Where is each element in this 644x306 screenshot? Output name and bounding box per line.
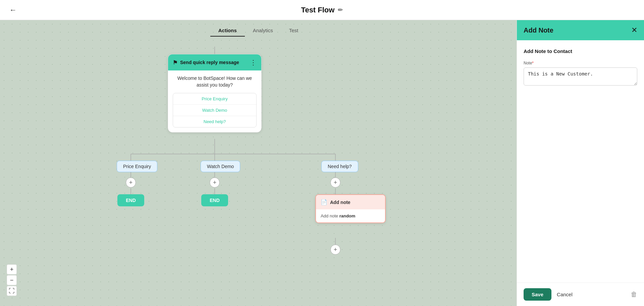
save-button[interactable]: Save [524,288,551,301]
note-field-label: Note* [524,61,637,65]
panel-section-title: Add Note to Contact [524,48,637,54]
zoom-out-button[interactable]: − [7,275,17,285]
add-circle-1[interactable]: + [126,177,136,188]
reply-option-2[interactable]: Watch Demo [173,105,256,116]
reply-option-1[interactable]: Price Enquiry [173,93,256,105]
panel-body: Add Note to Contact Note* [517,40,644,283]
zoom-in-button[interactable]: + [7,264,17,274]
tabs-bar: Actions Analytics Test [0,20,517,37]
edit-title-icon[interactable]: ✏ [338,6,343,14]
flow-canvas-area: Actions Analytics Test [0,20,517,306]
end-btn-2[interactable]: END [201,194,228,206]
main-layout: Actions Analytics Test [0,20,644,306]
cancel-button[interactable]: Cancel [557,292,573,297]
message-node-title: Send quick reply message [180,60,239,65]
flag-icon: ⚑ [173,59,177,66]
panel-footer: Save Cancel 🗑 [517,283,644,306]
add-note-label: Add note [330,200,351,205]
add-note-body: Add note random [316,209,385,222]
panel-close-button[interactable]: ✕ [631,26,637,35]
back-button[interactable]: ← [7,4,19,16]
add-circle-bottom[interactable]: + [330,245,340,255]
add-note-body-bold: random [339,213,356,218]
reply-options: Price Enquiry Watch Demo Need help? [173,93,257,128]
add-note-body-prefix: Add note [321,213,339,218]
tab-analytics[interactable]: Analytics [245,25,281,37]
zoom-controls: + − ⛶ [7,264,17,296]
zoom-fit-button[interactable]: ⛶ [7,286,17,296]
message-node-text: Welcome to BotSpace! How can we assist y… [173,75,257,88]
branch-watch-demo[interactable]: Watch Demo [201,161,240,172]
panel-title: Add Note [524,27,553,34]
delete-button[interactable]: 🗑 [631,291,637,298]
branch-need-help[interactable]: Need help? [321,161,358,172]
page-title: Test Flow ✏ [301,6,343,14]
field-required-marker: * [532,61,534,65]
end-btn-1[interactable]: END [117,194,144,206]
message-node: ⚑ Send quick reply message ⋮ Welcome to … [168,54,262,133]
branch-price-enquiry[interactable]: Price Enquiry [117,161,157,172]
right-panel: Add Note ✕ Add Note to Contact Note* Sav… [517,20,644,306]
tab-test[interactable]: Test [281,25,307,37]
tab-actions[interactable]: Actions [210,25,245,37]
note-input[interactable] [524,67,637,86]
message-node-body: Welcome to BotSpace! How can we assist y… [168,70,261,132]
add-note-header: 📄 Add note [316,195,385,209]
panel-header: Add Note ✕ [517,20,644,40]
app-header: ← Test Flow ✏ [0,0,644,20]
add-note-node: 📄 Add note Add note random [315,194,386,223]
message-node-header: ⚑ Send quick reply message ⋮ [168,54,261,70]
add-circle-2[interactable]: + [210,177,220,188]
note-doc-icon: 📄 [321,199,327,205]
flow-diagram: ⚑ Send quick reply message ⋮ Welcome to … [0,37,517,306]
reply-option-3[interactable]: Need help? [173,116,256,127]
more-options-icon[interactable]: ⋮ [250,58,257,66]
add-circle-3[interactable]: + [330,177,340,188]
